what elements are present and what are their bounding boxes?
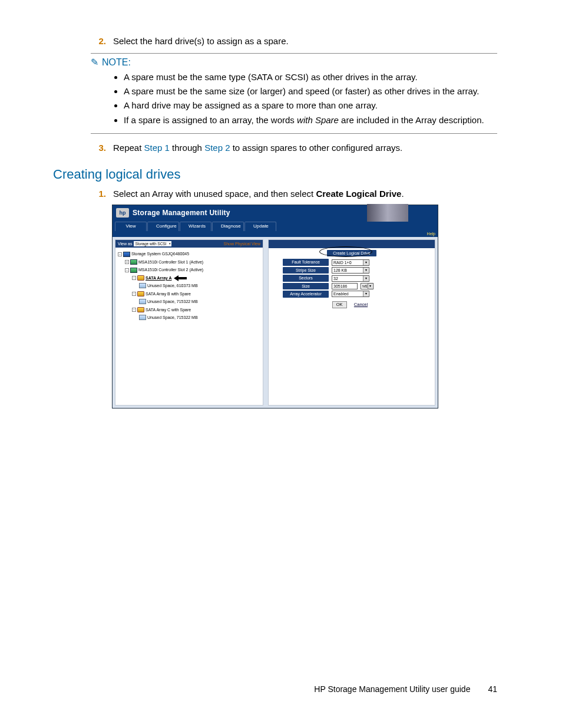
viewas-select[interactable]: Storage with SCSI <box>134 241 171 246</box>
tree-controller-1[interactable]: + MSA1510i Controller Slot 1 (Active) <box>117 258 262 266</box>
array-accelerator-label: Array Accelerator <box>283 291 329 297</box>
note-label: NOTE: <box>102 56 131 69</box>
collapse-icon[interactable]: − <box>132 308 136 312</box>
cld-step-1-text: Select an Array with unused space, and t… <box>113 188 497 200</box>
note-bullet-2: A spare must be the same size (or larger… <box>124 85 497 97</box>
note-box: ✎ NOTE: A spare must be the same type (S… <box>91 53 497 134</box>
callout-arrow-icon <box>174 276 187 281</box>
app-titlebar: hp Storage Management Utility <box>113 205 438 220</box>
controller-icon <box>130 259 137 265</box>
note-bullet-4: If a spare is assigned to an array, the … <box>124 114 497 126</box>
tree-panel: View as Storage with SCSI Show Physical … <box>115 239 263 406</box>
step-3-text: Repeat Step 1 through Step 2 to assign s… <box>113 142 497 154</box>
fault-tolerance-label: Fault Tolerance <box>283 259 329 265</box>
collapse-icon[interactable]: − <box>125 268 129 272</box>
tab-configure[interactable]: Configure <box>147 222 179 231</box>
stripe-size-label: Stripe Size <box>283 267 329 274</box>
tree-array-c[interactable]: − SATA Array C with Spare <box>117 306 262 314</box>
tree-array-a-unused[interactable]: Unused Space, 610373 MB <box>117 282 262 289</box>
create-logical-drive-button[interactable]: Create Logical Drive <box>327 250 376 256</box>
controller-icon <box>130 268 137 273</box>
size-unit-select[interactable]: MB <box>361 283 373 289</box>
tree-array-b[interactable]: − SATA Array B with Spare <box>117 290 262 298</box>
page-number: 41 <box>488 684 497 695</box>
form-panel: Create Logical Drive Fault Tolerance RAI… <box>268 239 435 406</box>
collapse-icon[interactable]: − <box>118 252 122 256</box>
stripe-size-select[interactable]: 128 KB <box>332 267 369 274</box>
storage-utility-app: hp Storage Management Utility View Confi… <box>112 205 438 409</box>
help-link[interactable]: Help <box>427 232 435 236</box>
storage-system-icon <box>123 252 130 257</box>
step-3-number: 3. <box>91 142 113 154</box>
array-icon <box>137 307 144 312</box>
tree-array-a[interactable]: − SATA Array A <box>117 274 262 282</box>
collapse-icon[interactable]: − <box>132 276 136 280</box>
unused-space-icon <box>139 299 146 304</box>
step-1-link[interactable]: Step 1 <box>144 143 170 153</box>
tab-view[interactable]: View <box>115 222 147 231</box>
cld-step-1-number: 1. <box>91 188 113 200</box>
array-icon <box>137 275 144 281</box>
tab-update[interactable]: Update <box>244 222 276 231</box>
titlebar-image <box>367 204 408 222</box>
hp-logo-icon: hp <box>116 208 129 218</box>
note-bullet-3: A hard drive may be assigned as a spare … <box>124 100 497 111</box>
form-panel-header <box>269 240 435 248</box>
sectors-select[interactable]: 32 <box>332 275 369 282</box>
show-physical-view-link[interactable]: Show Physical View <box>223 241 260 246</box>
footer-title: HP Storage Management Utility user guide <box>314 684 470 695</box>
array-accelerator-select[interactable]: Enabled <box>332 291 369 297</box>
app-title: Storage Management Utility <box>133 208 230 218</box>
viewas-label: View as <box>118 241 132 246</box>
unused-space-icon <box>139 315 146 320</box>
size-label: Size <box>283 283 329 289</box>
tab-wizards[interactable]: Wizards <box>180 222 211 231</box>
collapse-icon[interactable]: − <box>132 292 136 296</box>
cancel-button[interactable]: Cancel <box>351 302 371 309</box>
step-2-number: 2. <box>91 35 113 47</box>
tab-diagnose[interactable]: Diagnose <box>212 222 244 231</box>
note-icon: ✎ <box>91 56 98 69</box>
tree-array-b-unused[interactable]: Unused Space, 715322 MB <box>117 298 262 305</box>
section-heading: Creating logical drives <box>53 166 497 183</box>
unused-space-icon <box>139 283 146 288</box>
tree-storage-system[interactable]: − Storage System GSJQ6480045 <box>117 250 262 258</box>
note-bullet-1: A spare must be the same type (SATA or S… <box>124 71 497 83</box>
array-icon <box>137 291 144 297</box>
step-2-text: Select the hard drive(s) to assign as a … <box>113 35 497 47</box>
size-input[interactable]: 305186 <box>332 283 358 289</box>
sectors-label: Sectors <box>283 275 329 281</box>
ok-button[interactable]: OK <box>332 301 347 308</box>
tree-array-c-unused[interactable]: Unused Space, 715322 MB <box>117 314 262 321</box>
step-2-link[interactable]: Step 2 <box>204 143 230 153</box>
tree-controller-2[interactable]: − MSA1510i Controller Slot 2 (Active) <box>117 266 262 274</box>
expand-icon[interactable]: + <box>125 260 129 264</box>
fault-tolerance-select[interactable]: RAID 1+0 <box>332 259 369 266</box>
